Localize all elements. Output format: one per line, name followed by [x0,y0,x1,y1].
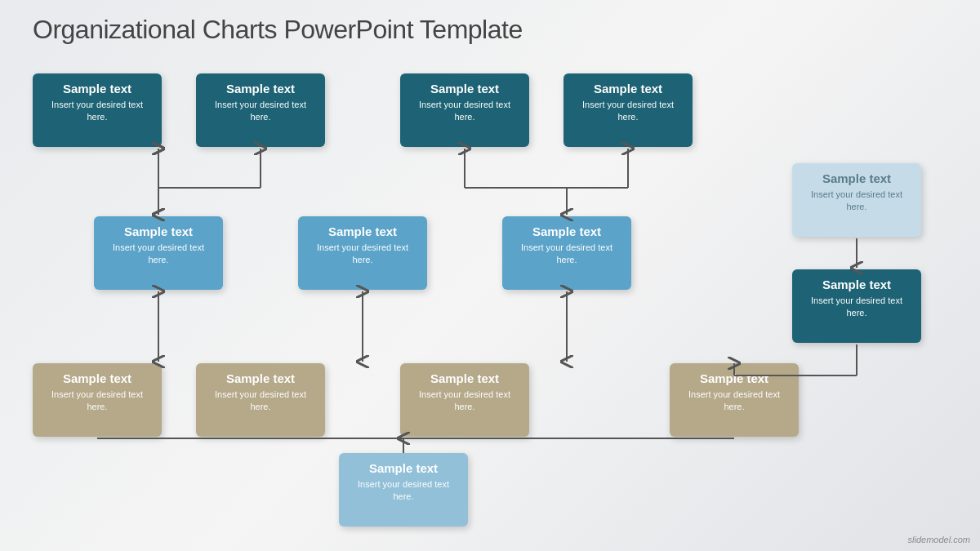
chart-area: Sample text Insert your desired text her… [24,73,956,527]
row2-box2[interactable]: Sample text Insert your desired text her… [298,216,427,290]
row3-box2[interactable]: Sample text Insert your desired text her… [196,363,325,437]
row3-box3[interactable]: Sample text Insert your desired text her… [400,363,529,437]
row3-box4[interactable]: Sample text Insert your desired text her… [670,363,799,437]
row2-box3[interactable]: Sample text Insert your desired text her… [502,216,631,290]
right-top-box[interactable]: Sample text Insert your desired text her… [792,163,921,237]
row1-box4[interactable]: Sample text Insert your desired text her… [564,73,693,147]
row1-box3[interactable]: Sample text Insert your desired text her… [400,73,529,147]
bottom-box[interactable]: Sample text Insert your desired text her… [339,453,468,527]
right-mid-box[interactable]: Sample text Insert your desired text her… [792,269,921,343]
row1-box1[interactable]: Sample text Insert your desired text her… [33,73,162,147]
page-title: Organizational Charts PowerPoint Templat… [33,15,523,45]
row3-box1[interactable]: Sample text Insert your desired text her… [33,363,162,437]
watermark: slidemodel.com [908,535,970,544]
row2-box1[interactable]: Sample text Insert your desired text her… [94,216,223,290]
row1-box2[interactable]: Sample text Insert your desired text her… [196,73,325,147]
